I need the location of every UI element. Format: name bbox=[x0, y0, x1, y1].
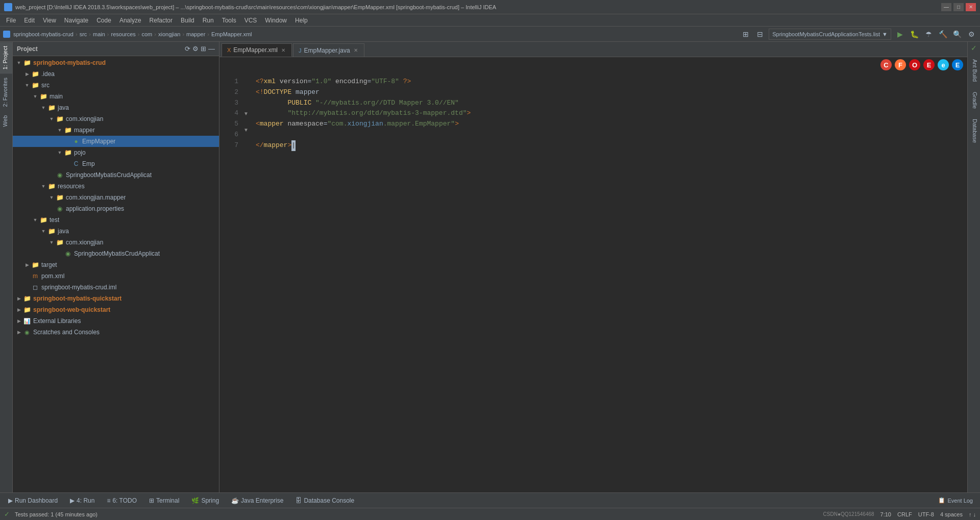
menu-item-code[interactable]: Code bbox=[92, 14, 115, 26]
menu-bar: FileEditViewNavigateCodeAnalyzeRefactorB… bbox=[0, 14, 980, 27]
breadcrumb-resources[interactable]: resources bbox=[111, 31, 136, 37]
tree-item-root[interactable]: ▼ 📁 springboot-mybatis-crud bbox=[13, 57, 219, 68]
tree-item-pojo[interactable]: ▼ 📁 pojo bbox=[13, 147, 219, 158]
java-enterprise-tab[interactable]: ☕ Java Enterprise bbox=[226, 494, 288, 507]
maximize-button[interactable]: □ bbox=[953, 3, 964, 11]
tree-item-resources[interactable]: ▼ 📁 resources bbox=[13, 181, 219, 192]
breadcrumb-mapper[interactable]: mapper bbox=[186, 31, 205, 37]
tree-item-java[interactable]: ▼ 📁 java bbox=[13, 102, 219, 113]
breadcrumb-project[interactable]: springboot-mybatis-crud bbox=[13, 31, 74, 37]
tree-item-res-mapper[interactable]: ▼ 📁 com.xiongjian.mapper bbox=[13, 192, 219, 203]
event-log-tab[interactable]: 📋 Event Log bbox=[934, 497, 977, 504]
nav-forward-button[interactable]: ⊟ bbox=[754, 29, 766, 40]
run-button[interactable]: ▶ bbox=[894, 29, 905, 40]
tree-item-springboot-app[interactable]: ▶ ◉ SpringbootMybatisCrudApplicat bbox=[13, 169, 219, 181]
status-encoding[interactable]: UTF-8 bbox=[918, 511, 934, 517]
spring-tab[interactable]: 🌿 Spring bbox=[186, 494, 224, 507]
status-indent[interactable]: 4 spaces bbox=[940, 511, 963, 517]
status-position[interactable]: 7:10 bbox=[880, 511, 891, 517]
tree-item-test-app[interactable]: ▶ ◉ SpringbootMybatisCrudApplicat bbox=[13, 248, 219, 259]
debug-button[interactable]: 🐛 bbox=[909, 29, 920, 40]
web-tab[interactable]: Web bbox=[0, 111, 12, 131]
settings-button[interactable]: ⚙ bbox=[966, 29, 977, 40]
tree-item-quickstart2[interactable]: ▶ 📁 springboot-web-quickstart bbox=[13, 304, 219, 315]
coverage-button[interactable]: ☂ bbox=[923, 29, 934, 40]
ant-build-tab[interactable]: Ant Build bbox=[968, 54, 980, 87]
expand-icon[interactable]: ⊞ bbox=[201, 45, 206, 53]
menu-item-edit[interactable]: Edit bbox=[20, 14, 39, 26]
tree-item-pom[interactable]: ▶ m pom.xml bbox=[13, 270, 219, 282]
menu-item-build[interactable]: Build bbox=[177, 14, 199, 26]
opera-icon[interactable]: O bbox=[909, 59, 920, 70]
tree-item-quickstart1[interactable]: ▶ 📁 springboot-mybatis-quickstart bbox=[13, 293, 219, 304]
database-console-tab[interactable]: 🗄 Database Console bbox=[290, 494, 359, 507]
menu-item-file[interactable]: File bbox=[2, 14, 20, 26]
tree-item-main[interactable]: ▼ 📁 main bbox=[13, 91, 219, 102]
edge-icon[interactable]: E bbox=[952, 59, 963, 70]
collapse-icon[interactable]: — bbox=[208, 45, 215, 53]
close-java-tab[interactable]: ✕ bbox=[353, 47, 359, 54]
tree-item-com-xiongjian[interactable]: ▼ 📁 com.xiongjian bbox=[13, 113, 219, 125]
breadcrumb-xiongjian[interactable]: xiongjian bbox=[158, 31, 180, 37]
menu-item-help[interactable]: Help bbox=[291, 14, 312, 26]
tab-empmapper-xml[interactable]: X EmpMapper.xml ✕ bbox=[222, 43, 292, 57]
breadcrumb-com[interactable]: com bbox=[142, 31, 153, 37]
ie-icon[interactable]: e bbox=[938, 59, 949, 70]
springboot-app-icon: ◉ bbox=[56, 171, 64, 179]
tree-item-test-java[interactable]: ▼ 📁 java bbox=[13, 226, 219, 237]
tree-label-java: java bbox=[58, 104, 69, 111]
tree-item-idea[interactable]: ▶ 📁 .idea bbox=[13, 68, 219, 80]
breadcrumb-src[interactable]: src bbox=[80, 31, 87, 37]
close-button[interactable]: ✕ bbox=[966, 3, 976, 11]
menu-item-navigate[interactable]: Navigate bbox=[60, 14, 92, 26]
menu-item-tools[interactable]: Tools bbox=[218, 14, 240, 26]
tree-arrow-res-mapper: ▼ bbox=[47, 193, 56, 202]
favorites-tab[interactable]: 2: Favorites bbox=[0, 73, 12, 111]
menu-item-run[interactable]: Run bbox=[199, 14, 218, 26]
firefox-icon[interactable]: F bbox=[895, 59, 906, 70]
tree-item-target[interactable]: ▶ 📁 target bbox=[13, 259, 219, 270]
gradle-tab[interactable]: Gradle bbox=[968, 87, 980, 114]
tree-item-src[interactable]: ▼ 📁 src bbox=[13, 80, 219, 91]
database-tab[interactable]: Database bbox=[968, 114, 980, 148]
run-tab[interactable]: ▶ 4: Run bbox=[65, 494, 100, 507]
tree-arrow-quickstart2: ▶ bbox=[15, 306, 23, 314]
sync-icon[interactable]: ⟳ bbox=[185, 45, 190, 53]
tree-label-src: src bbox=[41, 82, 50, 89]
tree-item-test-com[interactable]: ▼ 📁 com.xiongjian bbox=[13, 237, 219, 248]
search-button[interactable]: 🔍 bbox=[951, 29, 963, 40]
project-tab[interactable]: 1: Project bbox=[0, 42, 12, 73]
tree-item-iml[interactable]: ▶ ◻ springboot-mybatis-crud.iml bbox=[13, 282, 219, 293]
breadcrumb-main[interactable]: main bbox=[93, 31, 105, 37]
run-config-dropdown[interactable]: SpringbootMybatisCrudApplicationTests.li… bbox=[769, 29, 891, 40]
minimize-button[interactable]: — bbox=[941, 3, 951, 11]
menu-item-view[interactable]: View bbox=[39, 14, 60, 26]
run-dashboard-tab[interactable]: ▶ Run Dashboard bbox=[3, 494, 63, 507]
tree-item-test[interactable]: ▼ 📁 test bbox=[13, 214, 219, 226]
menu-item-refactor[interactable]: Refactor bbox=[145, 14, 177, 26]
todo-tab[interactable]: ≡ 6: TODO bbox=[102, 494, 142, 507]
close-xml-tab[interactable]: ✕ bbox=[280, 47, 286, 54]
code-editor[interactable]: <?xml version="1.0" encoding="UTF-8" ?> … bbox=[250, 72, 967, 492]
fold-line-5[interactable]: ▼ bbox=[242, 109, 250, 117]
tree-item-application-props[interactable]: ▶ ◉ application.properties bbox=[13, 203, 219, 214]
menu-item-vcs[interactable]: VCS bbox=[240, 14, 261, 26]
tree-item-mapper-pkg[interactable]: ▼ 📁 mapper bbox=[13, 125, 219, 136]
nav-back-button[interactable]: ⊞ bbox=[740, 29, 751, 40]
chrome-icon[interactable]: C bbox=[880, 59, 892, 70]
fold-line-7[interactable]: ▼ bbox=[242, 126, 250, 134]
build-button[interactable]: 🔨 bbox=[937, 29, 948, 40]
tree-item-emp[interactable]: ▶ C Emp bbox=[13, 158, 219, 169]
breadcrumb-file[interactable]: EmpMapper.xml bbox=[211, 31, 252, 37]
ie-old-icon[interactable]: E bbox=[923, 59, 935, 70]
tree-item-ext-libs[interactable]: ▶ 📊 External Libraries bbox=[13, 315, 219, 327]
menu-item-analyze[interactable]: Analyze bbox=[115, 14, 145, 26]
tree-item-empmapper[interactable]: ▶ ● EmpMapper bbox=[13, 136, 219, 147]
tab-empmapper-java[interactable]: J EmpMapper.java ✕ bbox=[293, 43, 364, 57]
status-line-ending[interactable]: CRLF bbox=[897, 511, 912, 517]
terminal-tab[interactable]: ⊞ Terminal bbox=[144, 494, 184, 507]
status-arrows[interactable]: ↑ ↓ bbox=[969, 511, 976, 517]
settings-icon[interactable]: ⚙ bbox=[192, 45, 199, 53]
menu-item-window[interactable]: Window bbox=[261, 14, 291, 26]
tree-item-scratches[interactable]: ▶ ◉ Scratches and Consoles bbox=[13, 327, 219, 338]
